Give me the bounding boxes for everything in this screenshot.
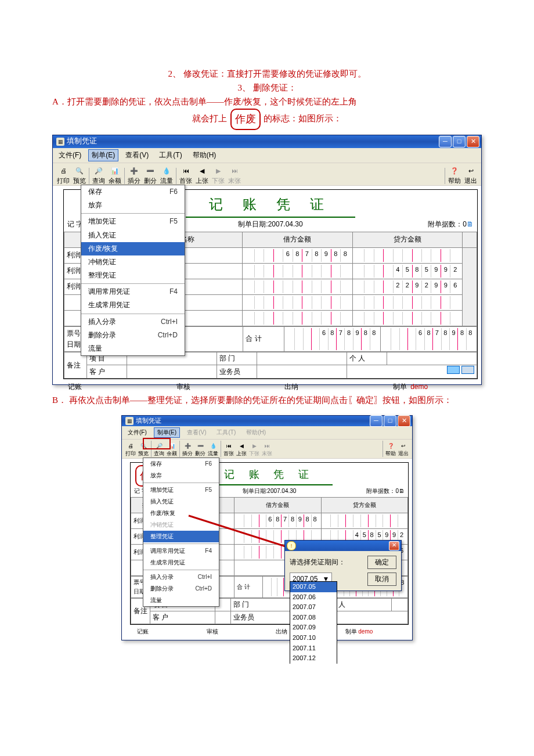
- tb-search[interactable]: 🔎查询: [91, 167, 107, 184]
- close-button[interactable]: ✕: [398, 415, 410, 427]
- dialog-titlebar: ! ✕: [285, 541, 401, 551]
- mi-abandon[interactable]: 放弃: [143, 470, 219, 481]
- mi-gencommon[interactable]: 生成常用凭证: [143, 557, 219, 568]
- tb-help[interactable]: ❓帮助: [384, 444, 397, 457]
- period-option[interactable]: 2007.06: [290, 592, 337, 603]
- mi-abandon[interactable]: 放弃: [81, 199, 185, 212]
- mi-reverse[interactable]: 冲销凭证: [81, 255, 185, 269]
- mi-tidy[interactable]: 整理凭证: [81, 269, 185, 282]
- tb-delline[interactable]: ➖删分: [194, 444, 207, 457]
- signatures: 记账 审核 出纳 制单 demo: [56, 379, 478, 395]
- tb-last[interactable]: ⏭末张: [226, 167, 243, 184]
- titlebar-2: ▦ 填制凭证 ─ □ ✕: [122, 416, 412, 426]
- menu-make-dropdown-2: 保存F6 放弃 增加凭证F5 插入凭证 作废/恢复 冲销凭证 整理凭证 调用常用…: [143, 458, 219, 607]
- period-dialog: ! ✕ 请选择凭证期间： 确定 2007.05▼ 取消 2: [284, 540, 402, 591]
- period-option[interactable]: 2007.10: [290, 633, 337, 643]
- app-icon: ▦: [125, 417, 134, 425]
- close-button[interactable]: ✕: [467, 136, 479, 147]
- mi-insentry[interactable]: 插入分录Ctrl+I: [81, 315, 185, 329]
- menu-help[interactable]: 帮助(H): [243, 427, 269, 438]
- period-option[interactable]: 2007.08: [290, 613, 337, 623]
- window-title: 填制凭证: [67, 135, 97, 147]
- tb-next[interactable]: ▶下张: [248, 444, 261, 457]
- tb-help[interactable]: ❓帮助: [446, 167, 463, 184]
- menu-help[interactable]: 帮助(H): [189, 149, 220, 161]
- mi-insert[interactable]: 插入凭证: [81, 229, 185, 242]
- menu-file[interactable]: 文件(F): [124, 427, 150, 438]
- tb-preview[interactable]: 🔍预览: [137, 444, 150, 457]
- period-option[interactable]: 2007.09: [290, 622, 337, 633]
- period-dropdown-list: 2007.05 2007.06 2007.07 2007.08 2007.09 …: [290, 581, 337, 664]
- mi-callcommon[interactable]: 调用常用凭证F4: [81, 285, 185, 298]
- maximize-button[interactable]: □: [384, 415, 396, 427]
- mi-save[interactable]: 保存F6: [143, 458, 219, 470]
- mi-flow[interactable]: 流量: [81, 342, 185, 355]
- menu-make[interactable]: 制单(E): [154, 427, 180, 438]
- mi-void[interactable]: 作废/恢复: [81, 242, 185, 255]
- menu-view[interactable]: 查看(V): [122, 149, 152, 161]
- doc-line-stamp: 就会打上 作废 的标志：如图所示：: [52, 109, 482, 130]
- ok-button[interactable]: 确定: [367, 556, 396, 569]
- tb-flow[interactable]: 💧流量: [207, 444, 219, 457]
- mi-tidy[interactable]: 整理凭证: [143, 531, 219, 542]
- menu-make-dropdown: 保存F6 放弃 增加凭证F5 插入凭证 作废/恢复 冲销凭证 整理凭证 调用常用…: [81, 185, 185, 356]
- tb-first[interactable]: ⏮首张: [222, 444, 235, 457]
- menu-tool[interactable]: 工具(T): [213, 427, 239, 438]
- tb-balance[interactable]: 📊余额: [107, 167, 123, 184]
- doc-line-2: 2、 修改凭证：直接打开需要修改的凭证修改即可。: [52, 67, 482, 81]
- menubar-2: 文件(F) 制单(E) 查看(V) 工具(T) 帮助(H): [122, 426, 412, 439]
- mi-save[interactable]: 保存F6: [81, 185, 185, 199]
- period-option[interactable]: 2007.12: [290, 653, 337, 664]
- doc-line-3: 3、 删除凭证：: [52, 81, 482, 95]
- void-stamp-inline: 作废: [230, 109, 261, 130]
- titlebar: ▦ 填制凭证 ─ □ ✕: [53, 135, 481, 148]
- app-window-1: ▦ 填制凭证 ─ □ ✕ 文件(F) 制单(E) 查看(V) 工具(T) 帮助(…: [52, 135, 482, 385]
- tb-flow[interactable]: 💧流量: [158, 167, 175, 184]
- toolbar: 🖨打印 🔍预览 🔎查询 📊余额 ➕插分 ➖删分 💧流量 ⏮首张 ◀上张 ▶下张 …: [53, 163, 481, 186]
- mi-insert[interactable]: 插入凭证: [143, 496, 219, 507]
- tb-preview[interactable]: 🔍预览: [71, 167, 88, 184]
- mi-void[interactable]: 作废/恢复: [143, 507, 219, 519]
- mi-callcommon[interactable]: 调用常用凭证F4: [143, 545, 219, 557]
- dialog-close-button[interactable]: ✕: [389, 541, 399, 550]
- mi-reverse[interactable]: 冲销凭证: [143, 519, 219, 531]
- app-window-2: ▦ 填制凭证 ─ □ ✕ 文件(F) 制单(E) 查看(V) 工具(T) 帮助(…: [121, 415, 413, 640]
- period-option[interactable]: 2007.07: [290, 602, 337, 613]
- tb-print[interactable]: 🖨打印: [124, 444, 137, 457]
- tb-insline[interactable]: ➕插分: [181, 444, 194, 457]
- mi-gencommon[interactable]: 生成常用凭证: [81, 298, 185, 312]
- tb-search[interactable]: 🔎查询: [153, 444, 165, 457]
- menu-make[interactable]: 制单(E): [88, 149, 118, 161]
- tb-delline[interactable]: ➖删分: [142, 167, 158, 184]
- tb-balance[interactable]: 📊余额: [165, 444, 178, 457]
- menubar: 文件(F) 制单(E) 查看(V) 工具(T) 帮助(H): [53, 148, 481, 163]
- menu-tool[interactable]: 工具(T): [156, 149, 185, 161]
- warning-icon: !: [287, 541, 296, 550]
- tb-exit[interactable]: ↩退出: [463, 167, 479, 184]
- mi-delentry[interactable]: 删除分录Ctrl+D: [81, 329, 185, 342]
- mi-insentry[interactable]: 插入分录Ctrl+I: [143, 571, 219, 583]
- minimize-button[interactable]: ─: [439, 136, 452, 147]
- doc-line-a: A．打开需要删除的凭证，依次点击制单——作废/恢复，这个时候凭证的左上角: [52, 95, 482, 109]
- tb-print[interactable]: 🖨打印: [55, 167, 71, 184]
- mi-add[interactable]: 增加凭证F5: [81, 215, 185, 228]
- tb-prev[interactable]: ◀上张: [194, 167, 210, 184]
- mi-flow[interactable]: 流量: [143, 595, 219, 606]
- mi-add[interactable]: 增加凭证F5: [143, 484, 219, 496]
- voucher-heading: 记 账 凭 证: [186, 190, 355, 218]
- tb-last[interactable]: ⏭末张: [261, 444, 273, 457]
- menu-view[interactable]: 查看(V): [183, 427, 210, 438]
- tb-next[interactable]: ▶下张: [210, 167, 226, 184]
- cancel-button[interactable]: 取消: [367, 573, 396, 586]
- maximize-button[interactable]: □: [453, 136, 466, 147]
- menu-file[interactable]: 文件(F): [55, 149, 85, 161]
- tb-first[interactable]: ⏮首张: [178, 167, 194, 184]
- tb-exit[interactable]: ↩退出: [397, 444, 410, 457]
- mi-delentry[interactable]: 删除分录Ctrl+D: [143, 583, 219, 595]
- minimize-button[interactable]: ─: [370, 415, 383, 427]
- dialog-prompt: 请选择凭证期间：: [290, 557, 345, 568]
- tb-insline[interactable]: ➕插分: [126, 167, 142, 184]
- tb-prev[interactable]: ◀上张: [235, 444, 248, 457]
- period-option[interactable]: 2007.05: [290, 582, 337, 592]
- period-option[interactable]: 2007.11: [290, 643, 337, 654]
